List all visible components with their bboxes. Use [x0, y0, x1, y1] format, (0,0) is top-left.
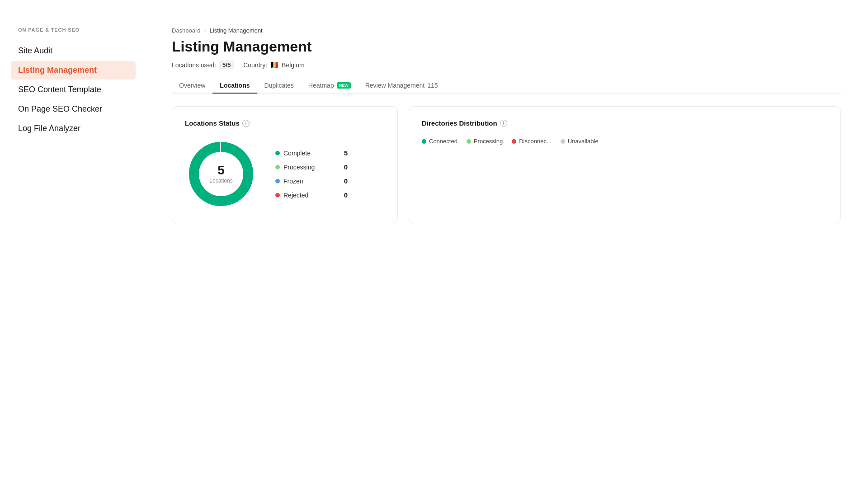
- processing-label: Processing: [283, 164, 315, 171]
- unavailable-dot: [561, 139, 565, 144]
- locations-status-title: Locations Status i: [185, 119, 385, 127]
- tab-heatmap[interactable]: Heatmap new: [301, 78, 358, 94]
- legend: Complete 5 Processing 0: [275, 149, 348, 199]
- heatmap-new-badge: new: [337, 82, 351, 89]
- dir-disconnected: Disconnec...: [512, 138, 552, 145]
- tab-review-management[interactable]: Review Management 115: [358, 78, 445, 94]
- dir-processing-label: Processing: [474, 138, 503, 145]
- directories-info-icon[interactable]: i: [500, 120, 507, 127]
- donut-chart: 5 Locations: [185, 138, 257, 210]
- page-title: Listing Management: [172, 38, 841, 55]
- sidebar-section-title: ON PAGE & TECH SEO: [18, 27, 154, 33]
- rejected-dot: [275, 193, 280, 197]
- breadcrumb-current: Listing Management: [210, 27, 263, 34]
- chart-area: 5 Locations Complete 5: [185, 138, 385, 210]
- main-content: Dashboard › Listing Management Listing M…: [154, 0, 868, 488]
- locations-status-card: Locations Status i 5 Locations: [172, 106, 398, 223]
- frozen-dot: [275, 179, 280, 183]
- breadcrumb-separator: ›: [204, 28, 206, 34]
- locations-status-info-icon[interactable]: i: [242, 120, 250, 127]
- tab-overview[interactable]: Overview: [172, 78, 212, 94]
- complete-label: Complete: [283, 150, 311, 157]
- legend-item-frozen: Frozen 0: [275, 177, 348, 185]
- rejected-count: 0: [344, 191, 348, 199]
- disconnected-dot: [512, 139, 516, 144]
- sidebar-item-log-file-analyzer[interactable]: Log File Analyzer: [18, 119, 154, 138]
- dir-processing-dot: [467, 139, 471, 144]
- sidebar: ON PAGE & TECH SEO Site Audit Listing Ma…: [0, 0, 154, 488]
- sidebar-item-site-audit[interactable]: Site Audit: [18, 42, 154, 60]
- processing-count: 0: [344, 163, 348, 171]
- review-count: 115: [427, 82, 438, 89]
- sidebar-nav: Site Audit Listing Management SEO Conten…: [18, 42, 154, 138]
- disconnected-label: Disconnec...: [519, 138, 552, 145]
- connected-label: Connected: [429, 138, 458, 145]
- sidebar-item-on-page-seo-checker[interactable]: On Page SEO Checker: [18, 100, 154, 118]
- sidebar-item-listing-management[interactable]: Listing Management: [11, 61, 136, 80]
- breadcrumb-dashboard[interactable]: Dashboard: [172, 27, 201, 34]
- complete-dot: [275, 151, 280, 155]
- directories-card: Directories Distribution i Connected Pro…: [409, 106, 841, 223]
- directories-title: Directories Distribution i: [422, 119, 828, 127]
- legend-item-complete: Complete 5: [275, 149, 348, 157]
- breadcrumb: Dashboard › Listing Management: [172, 27, 841, 34]
- directories-legend: Connected Processing Disconnec... Unavai…: [422, 138, 828, 145]
- rejected-label: Rejected: [283, 192, 308, 199]
- country-label: Country:: [243, 61, 267, 69]
- legend-item-rejected: Rejected 0: [275, 191, 348, 199]
- locations-used-value: 5/5: [219, 61, 234, 69]
- unavailable-label: Unavailable: [568, 138, 599, 145]
- processing-dot: [275, 165, 280, 169]
- frozen-label: Frozen: [283, 178, 303, 185]
- dir-unavailable: Unavailable: [561, 138, 599, 145]
- country-info: Country: 🇧🇪 Belgium: [243, 61, 305, 69]
- tab-locations[interactable]: Locations: [212, 78, 257, 94]
- legend-item-processing: Processing 0: [275, 163, 348, 171]
- tab-duplicates[interactable]: Duplicates: [257, 78, 301, 94]
- donut-center: 5 Locations: [209, 164, 232, 184]
- cards-row: Locations Status i 5 Locations: [172, 106, 841, 223]
- meta-row: Locations used: 5/5 Country: 🇧🇪 Belgium: [172, 61, 841, 69]
- donut-number: 5: [209, 164, 232, 177]
- locations-used-label: Locations used:: [172, 61, 216, 69]
- tabs-bar: Overview Locations Duplicates Heatmap ne…: [172, 78, 841, 94]
- locations-used: Locations used: 5/5: [172, 61, 234, 69]
- connected-dot: [422, 139, 426, 144]
- dir-processing: Processing: [467, 138, 503, 145]
- complete-count: 5: [344, 149, 348, 157]
- frozen-count: 0: [344, 177, 348, 185]
- dir-connected: Connected: [422, 138, 458, 145]
- donut-label: Locations: [209, 178, 232, 184]
- sidebar-item-seo-content-template[interactable]: SEO Content Template: [18, 80, 154, 99]
- country-name: Belgium: [282, 61, 305, 69]
- country-flag: 🇧🇪: [270, 61, 279, 69]
